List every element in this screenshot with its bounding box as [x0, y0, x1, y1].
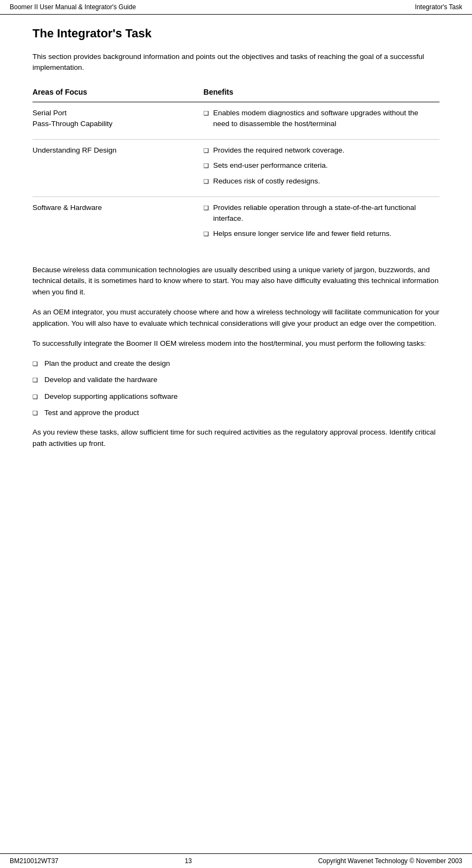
task-text: Develop supporting applications software	[44, 391, 178, 402]
benefit-text: Provides reliable operation through a st…	[213, 202, 435, 225]
benefit-item: ❑Provides reliable operation through a s…	[204, 202, 435, 225]
bullet-icon: ❑	[204, 203, 209, 213]
table-row-focus-0: Serial PortPass-Through Capability	[32, 102, 204, 140]
table-row-benefits-2: ❑Provides reliable operation through a s…	[204, 196, 440, 249]
task-bullet-icon: ❑	[32, 392, 38, 402]
footer-right: Copyright Wavenet Technology © November …	[318, 857, 462, 865]
benefit-text: Enables modem diagnostics and software u…	[213, 108, 435, 130]
footer-left: BM210012WT37	[10, 857, 58, 865]
bullet-icon: ❑	[204, 177, 209, 186]
task-bullet-icon: ❑	[32, 376, 38, 385]
benefit-item: ❑Sets end-user performance criteria.	[204, 160, 435, 171]
header-right: Integrator's Task	[415, 3, 462, 11]
benefit-text: Sets end-user performance criteria.	[213, 160, 435, 171]
focus-benefits-table: Areas of Focus Benefits Serial PortPass-…	[32, 86, 440, 249]
paragraph-0: Because wireless data communication tech…	[32, 265, 440, 299]
header-left: Boomer II User Manual & Integrator's Gui…	[10, 3, 136, 11]
page-title: The Integrator's Task	[32, 27, 440, 41]
benefit-text: Helps ensure longer service life and few…	[213, 228, 435, 239]
paragraph-1: As an OEM integrator, you must accuratel…	[32, 307, 440, 330]
benefit-text: Reduces risk of costly redesigns.	[213, 176, 435, 187]
task-item-0: ❑Plan the product and create the design	[32, 358, 440, 369]
benefit-item: ❑Enables modem diagnostics and software …	[204, 108, 435, 130]
footer-center: 13	[185, 857, 192, 865]
benefit-item: ❑Provides the required network coverage.	[204, 145, 435, 156]
benefit-item: ❑Reduces risk of costly redesigns.	[204, 176, 435, 187]
benefit-text: Provides the required network coverage.	[213, 145, 435, 156]
task-text: Develop and validate the hardware	[44, 374, 158, 385]
task-item-3: ❑Test and approve the product	[32, 407, 440, 418]
paragraph-2: To successfully integrate the Boomer II …	[32, 338, 440, 350]
bullet-icon: ❑	[204, 161, 209, 170]
task-bullet-icon: ❑	[32, 409, 38, 418]
table-row-focus-1: Understanding RF Design	[32, 140, 204, 197]
task-item-2: ❑Develop supporting applications softwar…	[32, 391, 440, 402]
bullet-icon: ❑	[204, 146, 209, 155]
closing-paragraph: As you review these tasks, allow suffici…	[32, 427, 440, 450]
col-focus-header: Areas of Focus	[32, 86, 204, 102]
intro-paragraph: This section provides background informa…	[32, 51, 440, 74]
table-row-focus-2: Software & Hardware	[32, 196, 204, 249]
bullet-icon: ❑	[204, 109, 209, 118]
focus-table-section: Areas of Focus Benefits Serial PortPass-…	[32, 86, 440, 249]
task-bullet-icon: ❑	[32, 359, 38, 369]
col-benefits-header: Benefits	[204, 86, 440, 102]
table-row-benefits-1: ❑Provides the required network coverage.…	[204, 140, 440, 197]
table-row-benefits-0: ❑Enables modem diagnostics and software …	[204, 102, 440, 140]
bullet-icon: ❑	[204, 229, 209, 239]
benefit-item: ❑Helps ensure longer service life and fe…	[204, 228, 435, 239]
task-text: Plan the product and create the design	[44, 358, 170, 369]
task-text: Test and approve the product	[44, 407, 139, 418]
task-item-1: ❑Develop and validate the hardware	[32, 374, 440, 385]
